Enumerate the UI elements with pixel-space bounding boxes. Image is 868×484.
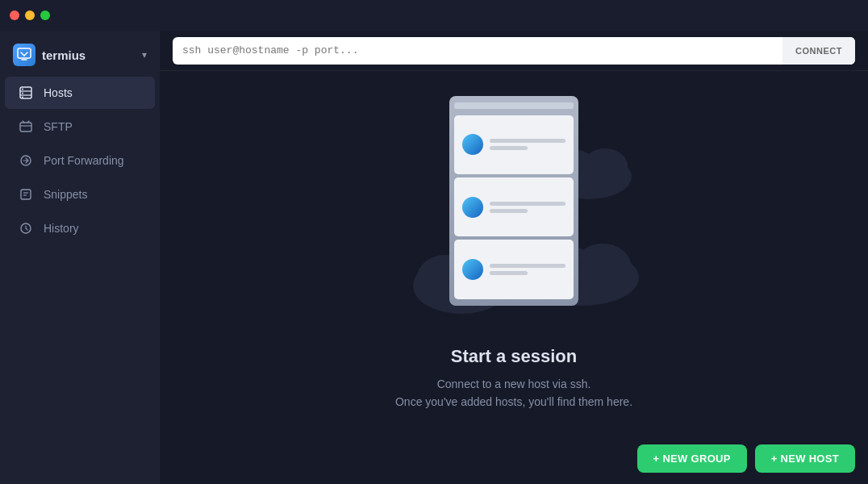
- rack-top-bar: [454, 102, 574, 109]
- sidebar-item-label-sftp: SFTP: [44, 120, 142, 133]
- minimize-button[interactable]: [25, 10, 35, 20]
- server-avatar-1: [462, 134, 483, 155]
- snippets-icon: [18, 186, 34, 202]
- sidebar-item-label-snippets: Snippets: [44, 188, 142, 201]
- app-logo: [13, 44, 35, 66]
- sidebar-item-sftp[interactable]: SFTP: [5, 111, 155, 143]
- server-card-3: [454, 240, 574, 298]
- server-line-2a: [490, 202, 565, 206]
- port-forwarding-icon: [18, 152, 34, 169]
- titlebar: [0, 0, 868, 31]
- connect-button[interactable]: CONNECT: [782, 37, 855, 65]
- server-line-1a: [490, 139, 565, 143]
- ssh-input[interactable]: [173, 44, 782, 56]
- app-name-label: termius: [42, 48, 86, 62]
- sidebar-item-label-hosts: Hosts: [44, 86, 142, 99]
- svg-point-9: [22, 97, 23, 98]
- sidebar-item-hosts[interactable]: Hosts: [5, 77, 155, 109]
- svg-point-7: [22, 89, 23, 90]
- svg-line-2: [24, 52, 27, 56]
- server-card-2: [454, 177, 574, 236]
- sidebar-item-port-forwarding[interactable]: Port Forwarding: [5, 144, 155, 177]
- empty-subtitle-line2: Once you've added hosts, you'll find the…: [395, 395, 632, 408]
- server-avatar-2: [462, 197, 483, 218]
- svg-line-1: [21, 52, 24, 56]
- sidebar-item-label-port-forwarding: Port Forwarding: [44, 154, 142, 167]
- sftp-icon: [18, 119, 34, 135]
- empty-state-subtitle: Connect to a new host via ssh. Once you'…: [395, 375, 632, 411]
- svg-rect-0: [18, 48, 31, 58]
- server-line-3b: [490, 271, 528, 275]
- svg-point-26: [574, 244, 631, 287]
- traffic-lights: [10, 10, 50, 20]
- server-avatar-3: [462, 259, 483, 280]
- new-group-button[interactable]: + NEW GROUP: [637, 444, 747, 473]
- new-host-button[interactable]: + NEW HOST: [755, 444, 855, 473]
- topbar: CONNECT: [160, 31, 868, 71]
- sidebar-header: termius ▾: [0, 37, 160, 76]
- empty-subtitle-line1: Connect to a new host via ssh.: [437, 378, 591, 390]
- ssh-input-container: CONNECT: [173, 37, 855, 65]
- server-lines-1: [490, 139, 565, 150]
- sidebar: termius ▾ Hosts: [0, 31, 160, 484]
- chevron-down-icon[interactable]: ▾: [142, 49, 147, 60]
- server-card-1: [454, 115, 574, 174]
- sidebar-item-history[interactable]: History: [5, 212, 155, 244]
- sidebar-item-label-history: History: [44, 222, 120, 235]
- empty-state: Start a session Connect to a new host vi…: [160, 71, 868, 484]
- close-button[interactable]: [10, 10, 19, 20]
- app-brand[interactable]: termius: [13, 44, 86, 66]
- server-lines-3: [490, 264, 565, 275]
- svg-rect-12: [21, 190, 31, 199]
- server-line-3a: [490, 264, 565, 268]
- server-line-2b: [490, 209, 528, 213]
- server-line-1b: [490, 146, 528, 150]
- sidebar-item-snippets[interactable]: Snippets: [5, 178, 155, 211]
- bottom-bar: + NEW GROUP + NEW HOST: [624, 433, 868, 484]
- maximize-button[interactable]: [40, 10, 50, 20]
- empty-state-title: Start a session: [451, 346, 578, 367]
- svg-line-17: [138, 229, 140, 232]
- svg-point-8: [22, 93, 23, 94]
- illustration: [385, 96, 643, 322]
- app-body: termius ▾ Hosts: [0, 31, 868, 484]
- svg-point-23: [582, 148, 628, 184]
- svg-rect-10: [20, 123, 31, 131]
- server-rack: [449, 96, 578, 306]
- history-icon: [18, 220, 34, 236]
- main-content: CONNECT: [160, 31, 868, 484]
- server-lines-2: [490, 202, 565, 213]
- hosts-icon: [18, 85, 34, 101]
